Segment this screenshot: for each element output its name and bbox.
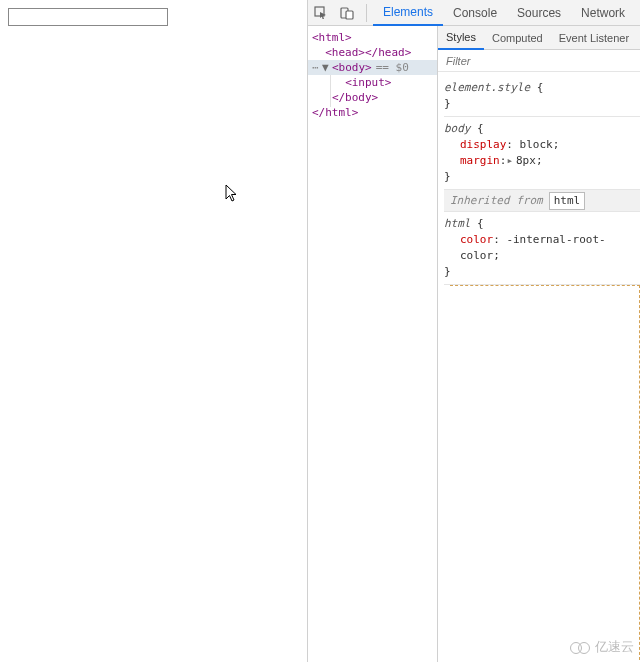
css-declaration[interactable]: margin:▸8px; — [444, 153, 640, 169]
shorthand-expand-icon[interactable]: ▸ — [506, 154, 513, 167]
devtools-panel: Elements Console Sources Network <html> … — [308, 0, 640, 662]
dom-node-html-open[interactable]: <html> — [312, 30, 437, 45]
styles-filter-row — [438, 50, 640, 72]
breadcrumb-ellipsis-icon[interactable]: ⋯ — [312, 60, 322, 75]
css-selector: html — [444, 217, 471, 230]
subtab-computed[interactable]: Computed — [484, 26, 551, 50]
tab-elements[interactable]: Elements — [373, 0, 443, 26]
mouse-cursor-icon — [225, 184, 239, 204]
css-rule-element-style[interactable]: element.style { } — [444, 76, 640, 117]
toolbar-separator — [366, 4, 367, 22]
dom-node-head[interactable]: <head></head> — [312, 45, 437, 60]
dom-node-body-open[interactable]: ⋯▼<body>== $0 — [312, 60, 437, 75]
elements-dom-tree[interactable]: <html> <head></head> ⋯▼<body>== $0 <inpu… — [308, 26, 438, 662]
tab-console[interactable]: Console — [443, 0, 507, 26]
css-rule-body[interactable]: body { display: block; margin:▸8px; } — [444, 117, 640, 190]
css-rules-list: element.style { } body { display: block;… — [438, 72, 640, 662]
subtab-styles[interactable]: Styles — [438, 26, 484, 50]
inherited-label: Inherited from — [450, 193, 543, 209]
styles-filter-input[interactable] — [444, 54, 634, 68]
device-toggle-icon[interactable] — [334, 0, 360, 26]
inspect-element-icon[interactable] — [308, 0, 334, 26]
demo-text-input[interactable] — [8, 8, 168, 26]
tab-sources[interactable]: Sources — [507, 0, 571, 26]
css-rule-html[interactable]: html { color: -internal-root-color; } — [444, 212, 640, 285]
dom-node-input[interactable]: <input> — [312, 75, 437, 90]
styles-pane: Styles Computed Event Listener element.s… — [438, 26, 640, 662]
tab-network[interactable]: Network — [571, 0, 635, 26]
subtab-event-listeners[interactable]: Event Listener — [551, 26, 637, 50]
inherited-from-chip[interactable]: html — [549, 192, 586, 210]
css-declaration[interactable]: color: -internal-root-color; — [444, 232, 640, 264]
inherited-from-bar: Inherited from html — [444, 190, 640, 212]
svg-rect-2 — [346, 11, 353, 19]
css-declaration[interactable]: display: block; — [444, 137, 640, 153]
expand-triangle-icon[interactable]: ▼ — [322, 60, 332, 75]
css-selector: body — [444, 122, 471, 135]
page-preview — [0, 0, 308, 662]
dom-node-html-close[interactable]: </html> — [312, 105, 437, 120]
box-model-placeholder — [450, 285, 640, 662]
devtools-toolbar: Elements Console Sources Network — [308, 0, 640, 26]
css-selector: element.style — [444, 81, 530, 94]
dom-node-body-close[interactable]: </body> — [312, 90, 437, 105]
styles-subtabs: Styles Computed Event Listener — [438, 26, 640, 50]
